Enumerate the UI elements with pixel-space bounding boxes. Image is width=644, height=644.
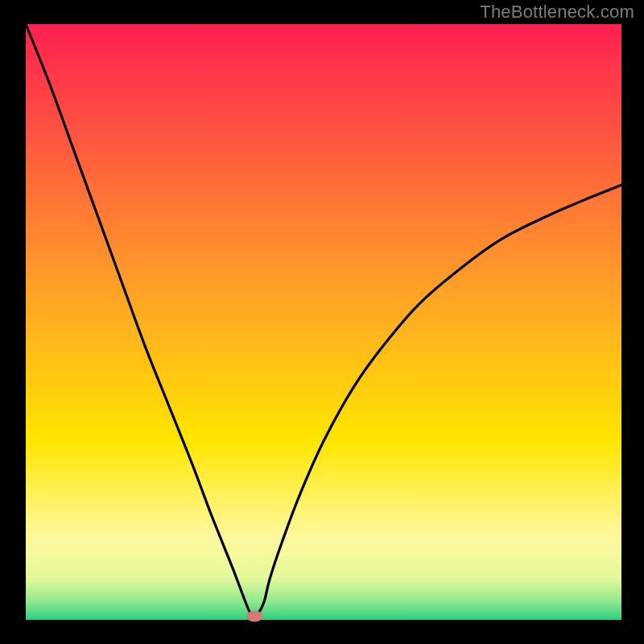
chart-frame: TheBottleneck.com <box>0 0 644 644</box>
chart-svg <box>0 0 644 644</box>
min-marker <box>246 611 262 622</box>
plot-background <box>26 24 621 620</box>
watermark-text: TheBottleneck.com <box>480 2 634 23</box>
